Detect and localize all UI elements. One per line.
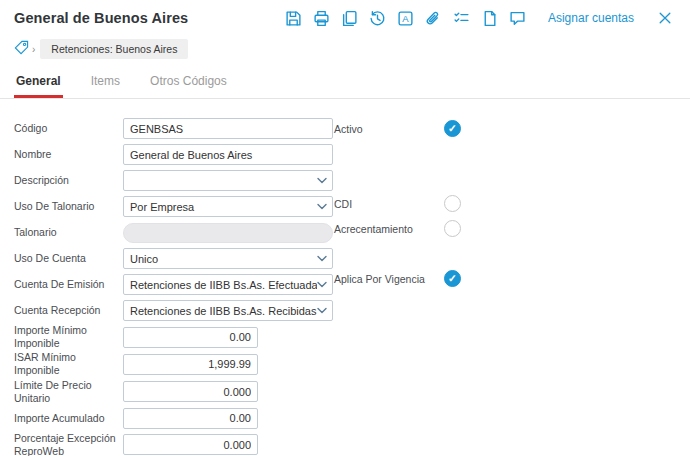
- retention-form-window: General de Buenos Aires A: [0, 0, 690, 456]
- form-body: Código Nombre Descripción Uso De Talonar…: [0, 99, 690, 456]
- field-limite-precio-unitario-input[interactable]: [123, 381, 258, 402]
- document-icon[interactable]: [478, 6, 502, 30]
- tab-items[interactable]: Items: [89, 70, 122, 98]
- attachment-icon[interactable]: [422, 6, 446, 30]
- save-icon[interactable]: [282, 6, 306, 30]
- field-label: Porcentaje Excepción ReproWeb: [14, 432, 123, 456]
- field-uso-de-cuenta-select[interactable]: Unico: [123, 248, 333, 269]
- field-label: Importe Acumulado: [14, 412, 123, 425]
- tab-bar: General Items Otros Códigos: [0, 60, 690, 99]
- field-label: Límite De Precio Unitario: [14, 379, 123, 405]
- toggle-label: Activo: [334, 123, 444, 135]
- header: General de Buenos Aires A: [0, 0, 690, 36]
- breadcrumb: › Retenciones: Buenos Aires: [0, 36, 690, 60]
- tag-icon: [14, 40, 29, 59]
- toggle-row: Activo ✓: [334, 116, 564, 141]
- toggle-activo[interactable]: ✓: [444, 120, 461, 137]
- form-row: Importe Mínimo Imponible: [14, 324, 676, 350]
- form-row: Límite De Precio Unitario: [14, 379, 676, 405]
- history-icon[interactable]: [366, 6, 390, 30]
- field-label: Cuenta De Emisión: [14, 278, 123, 291]
- tab-otros-codigos[interactable]: Otros Códigos: [148, 70, 229, 98]
- toggle-label: CDI: [334, 198, 444, 210]
- font-icon[interactable]: A: [394, 6, 418, 30]
- field-cuenta-de-emision-select[interactable]: Retenciones de IIBB Bs.As. Efectuadas: [123, 274, 333, 295]
- assign-accounts-link[interactable]: Asignar cuentas: [548, 11, 634, 25]
- checklist-icon[interactable]: [450, 6, 474, 30]
- form-row: Porcentaje Excepción ReproWeb: [14, 432, 676, 456]
- toggle-aplica-por-vigencia[interactable]: ✓: [444, 270, 461, 287]
- form-row: Importe Acumulado: [14, 406, 676, 431]
- field-nombre-input[interactable]: [123, 144, 333, 165]
- toggle-acrecentamiento[interactable]: ✓: [444, 220, 461, 237]
- field-label: Descripción: [14, 174, 123, 187]
- field-label: ISAR Mínimo Imponible: [14, 351, 123, 377]
- chevron-down-icon: [317, 255, 327, 262]
- breadcrumb-separator: ›: [32, 44, 35, 55]
- check-icon: ✓: [448, 123, 457, 134]
- svg-text:A: A: [403, 13, 410, 24]
- field-label: Cuenta Recepción: [14, 304, 123, 317]
- toggle-row: CDI ✓: [334, 191, 564, 216]
- field-codigo-input[interactable]: [123, 118, 333, 139]
- form-row: ISAR Mínimo Imponible: [14, 351, 676, 377]
- chevron-down-icon: [317, 203, 327, 210]
- field-porcentaje-excepcion-reproweb-input[interactable]: [123, 434, 258, 455]
- form-row: Cuenta Recepción Retenciones de IIBB Bs.…: [14, 298, 676, 323]
- toggle-cdi[interactable]: ✓: [444, 195, 461, 212]
- check-icon: ✓: [448, 273, 457, 284]
- close-icon[interactable]: [654, 7, 676, 29]
- chevron-down-icon: [317, 177, 327, 184]
- field-uso-de-talonario-select[interactable]: Por Empresa: [123, 196, 333, 217]
- select-value: Por Empresa: [130, 201, 317, 213]
- comment-icon[interactable]: [506, 6, 530, 30]
- copy-icon[interactable]: [338, 6, 362, 30]
- field-label: Nombre: [14, 148, 123, 161]
- field-isar-minimo-imponible-input[interactable]: [123, 354, 258, 375]
- field-label: Talonario: [14, 226, 123, 239]
- page-title: General de Buenos Aires: [14, 10, 188, 26]
- toolbar: A Asignar cuentas: [282, 6, 676, 30]
- select-value: Unico: [130, 253, 317, 265]
- select-value: Retenciones de IIBB Bs.As. Recibidas: [130, 305, 317, 317]
- toggle-row: Aplica Por Vigencia ✓: [334, 266, 564, 291]
- print-icon[interactable]: [310, 6, 334, 30]
- tab-general[interactable]: General: [14, 70, 63, 98]
- toggle-label: Aplica Por Vigencia: [334, 273, 444, 285]
- field-label: Uso De Talonario: [14, 200, 123, 213]
- form-row: Descripción: [14, 168, 676, 193]
- chevron-down-icon: [317, 307, 327, 314]
- form-row: Nombre: [14, 142, 676, 167]
- field-label: Uso De Cuenta: [14, 252, 123, 265]
- field-importe-minimo-imponible-input[interactable]: [123, 327, 258, 348]
- field-label: Código: [14, 122, 123, 135]
- field-talonario-input: [123, 223, 333, 243]
- toggle-label: Acrecentamiento: [334, 223, 444, 235]
- field-label: Importe Mínimo Imponible: [14, 324, 123, 350]
- field-importe-acumulado-input[interactable]: [123, 408, 258, 429]
- select-value: Retenciones de IIBB Bs.As. Efectuadas: [130, 279, 317, 291]
- chevron-down-icon: [317, 281, 327, 288]
- field-cuenta-recepcion-select[interactable]: Retenciones de IIBB Bs.As. Recibidas: [123, 300, 333, 321]
- field-descripcion-select[interactable]: [123, 170, 333, 191]
- toggle-row: Acrecentamiento ✓: [334, 216, 564, 241]
- breadcrumb-chip[interactable]: Retenciones: Buenos Aires: [40, 39, 188, 59]
